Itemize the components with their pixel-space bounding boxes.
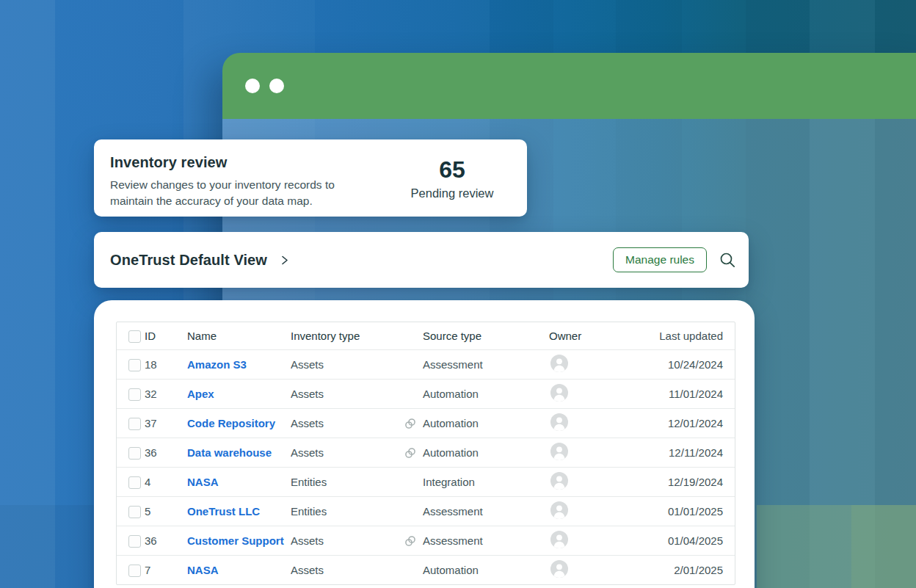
inventory-table: ID Name Inventory type Source type Owner… — [116, 322, 735, 585]
table-body: 18 Amazon S3 Assets Assessment 10/24/202… — [117, 349, 735, 584]
cell-inventory-type: Assets — [291, 358, 404, 371]
chevron-right-icon[interactable] — [279, 255, 290, 266]
cell-last-updated: 10/24/2024 — [636, 358, 735, 371]
cell-inventory-type: Assets — [291, 388, 404, 400]
cell-inventory-type: Assets — [291, 534, 404, 547]
row-checkbox[interactable] — [128, 506, 141, 518]
view-title: OneTrust Default View — [110, 252, 267, 269]
row-checkbox[interactable] — [128, 447, 141, 460]
column-header-last-updated[interactable]: Last updated — [636, 330, 735, 342]
inventory-table-panel: ID Name Inventory type Source type Owner… — [94, 300, 755, 588]
row-checkbox[interactable] — [128, 418, 141, 430]
cell-last-updated: 12/19/2024 — [636, 476, 735, 488]
cell-id: 4 — [145, 476, 187, 488]
row-name-link[interactable]: OneTrust LLC — [187, 505, 260, 518]
cell-source-type: Automation — [423, 388, 479, 400]
inventory-review-card: Inventory review Review changes to your … — [94, 139, 527, 217]
cell-inventory-type: Entities — [291, 505, 404, 518]
cell-id: 7 — [145, 564, 187, 576]
cell-id: 37 — [145, 417, 187, 429]
table-row: 37 Code Repository Assets Automation 12/… — [117, 408, 735, 438]
row-name-link[interactable]: Customer Support — [187, 534, 284, 547]
select-all-checkbox[interactable] — [128, 330, 141, 343]
cell-last-updated: 11/01/2024 — [636, 388, 735, 400]
cell-source-type: Assessment — [423, 358, 483, 371]
table-header-row: ID Name Inventory type Source type Owner… — [117, 322, 735, 349]
column-header-id[interactable]: ID — [145, 330, 187, 342]
background: Inventory review Review changes to your … — [0, 0, 916, 588]
row-name-link[interactable]: Code Repository — [187, 417, 275, 429]
manage-rules-button[interactable]: Manage rules — [613, 247, 707, 272]
row-name-link[interactable]: Data warehouse — [187, 446, 272, 459]
cell-last-updated: 12/01/2024 — [636, 417, 735, 429]
row-checkbox[interactable] — [128, 476, 141, 489]
linked-rings-icon — [404, 417, 417, 430]
owner-avatar-icon — [550, 413, 568, 431]
table-row: 18 Amazon S3 Assets Assessment 10/24/202… — [117, 349, 735, 379]
cell-id: 32 — [145, 388, 187, 400]
table-row: 5 OneTrust LLC Entities Assessment 01/01… — [117, 496, 735, 526]
cell-source-type: Automation — [423, 446, 479, 459]
background-tile — [0, 0, 55, 588]
cell-source-type: Assessment — [423, 505, 483, 518]
row-checkbox[interactable] — [128, 535, 141, 548]
cell-source-type: Assessment — [423, 534, 483, 547]
row-checkbox[interactable] — [128, 565, 141, 577]
row-name-link[interactable]: NASA — [187, 476, 219, 488]
owner-avatar-icon — [550, 443, 568, 460]
cell-id: 5 — [145, 505, 187, 518]
table-row: 32 Apex Assets Automation 11/01/2024 — [117, 379, 735, 408]
pending-count: 65 — [393, 156, 511, 184]
cell-inventory-type: Entities — [291, 476, 404, 488]
owner-avatar-icon — [550, 472, 568, 490]
cell-id: 36 — [145, 446, 187, 459]
row-checkbox[interactable] — [128, 388, 141, 401]
pending-review-stat: 65 Pending review — [393, 156, 511, 200]
cell-source-type: Automation — [423, 417, 479, 429]
column-header-inventory-type[interactable]: Inventory type — [291, 330, 404, 342]
owner-avatar-icon — [550, 384, 568, 402]
row-name-link[interactable]: Amazon S3 — [187, 358, 247, 371]
column-header-name[interactable]: Name — [187, 330, 291, 342]
table-row: 4 NASA Entities Integration 12/19/2024 — [117, 467, 735, 496]
owner-avatar-icon — [550, 531, 568, 548]
column-header-source-type[interactable]: Source type — [404, 330, 549, 342]
search-icon[interactable] — [719, 252, 736, 269]
cell-last-updated: 2/01/2025 — [636, 564, 735, 576]
table-row: 36 Customer Support Assets Assessment 01… — [117, 526, 735, 555]
owner-avatar-icon — [550, 501, 568, 519]
window-control-dot — [245, 79, 260, 93]
cell-source-type: Automation — [423, 564, 479, 576]
table-row: 36 Data warehouse Assets Automation 12/1… — [117, 438, 735, 467]
row-name-link[interactable]: Apex — [187, 388, 214, 400]
pending-count-label: Pending review — [393, 186, 511, 200]
cell-last-updated: 12/11/2024 — [636, 446, 735, 459]
linked-rings-icon — [404, 446, 417, 460]
owner-avatar-icon — [550, 355, 568, 372]
column-header-owner[interactable]: Owner — [549, 330, 636, 342]
cell-last-updated: 01/01/2025 — [636, 505, 735, 518]
background-tile — [0, 505, 94, 588]
cell-source-type: Integration — [423, 476, 475, 488]
table-row: 7 NASA Assets Automation 2/01/2025 — [117, 555, 735, 584]
card-description: Review changes to your inventory records… — [110, 177, 354, 209]
cell-last-updated: 01/04/2025 — [636, 534, 735, 547]
cell-inventory-type: Assets — [291, 446, 404, 459]
cell-id: 18 — [145, 358, 187, 371]
cell-id: 36 — [145, 534, 187, 547]
owner-avatar-icon — [550, 560, 568, 578]
linked-rings-icon — [404, 534, 417, 548]
cell-inventory-type: Assets — [291, 564, 404, 576]
cell-inventory-type: Assets — [291, 417, 404, 429]
window-titlebar — [222, 53, 916, 119]
row-checkbox[interactable] — [128, 359, 141, 371]
row-name-link[interactable]: NASA — [187, 564, 219, 576]
view-toolbar: OneTrust Default View Manage rules — [94, 232, 749, 288]
window-control-dot — [269, 79, 284, 93]
